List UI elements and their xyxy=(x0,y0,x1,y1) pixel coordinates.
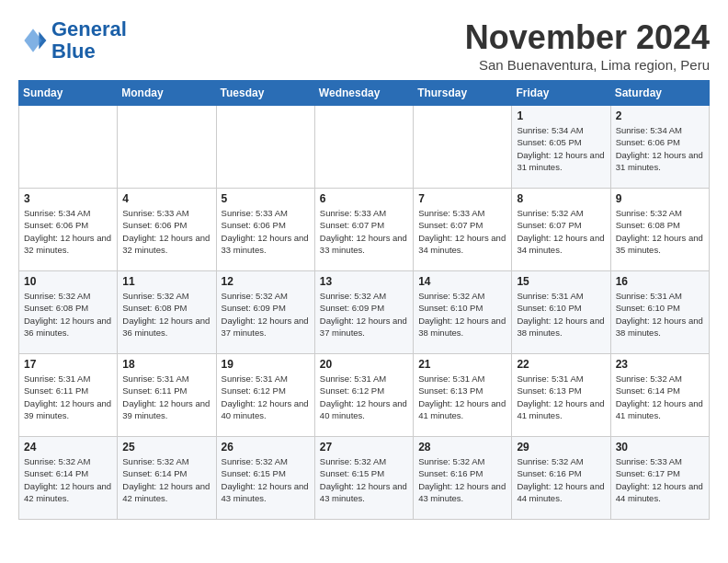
weekday-header: Saturday xyxy=(610,81,709,106)
day-info: Sunrise: 5:32 AM Sunset: 6:14 PM Dayligh… xyxy=(616,373,704,421)
day-number: 17 xyxy=(24,358,112,371)
calendar-cell: 4Sunrise: 5:33 AM Sunset: 6:06 PM Daylig… xyxy=(118,189,216,271)
calendar-week-row: 3Sunrise: 5:34 AM Sunset: 6:06 PM Daylig… xyxy=(19,189,710,271)
calendar-week-row: 17Sunrise: 5:31 AM Sunset: 6:11 PM Dayli… xyxy=(19,354,710,437)
calendar-cell: 28Sunrise: 5:32 AM Sunset: 6:16 PM Dayli… xyxy=(414,437,512,520)
day-info: Sunrise: 5:32 AM Sunset: 6:16 PM Dayligh… xyxy=(517,455,605,504)
calendar-cell: 24Sunrise: 5:32 AM Sunset: 6:14 PM Dayli… xyxy=(19,437,118,520)
calendar-cell: 6Sunrise: 5:33 AM Sunset: 6:07 PM Daylig… xyxy=(314,189,413,271)
day-info: Sunrise: 5:34 AM Sunset: 6:05 PM Dayligh… xyxy=(517,124,605,173)
calendar-cell xyxy=(314,106,413,189)
day-number: 11 xyxy=(122,275,210,288)
calendar-cell: 8Sunrise: 5:32 AM Sunset: 6:07 PM Daylig… xyxy=(512,189,610,271)
month-title: November 2024 xyxy=(465,18,710,57)
calendar-table: SundayMondayTuesdayWednesdayThursdayFrid… xyxy=(18,80,710,520)
calendar-cell: 21Sunrise: 5:31 AM Sunset: 6:13 PM Dayli… xyxy=(414,354,512,437)
day-number: 10 xyxy=(24,275,112,288)
day-number: 28 xyxy=(418,441,506,454)
day-number: 7 xyxy=(418,192,506,205)
calendar-cell: 2Sunrise: 5:34 AM Sunset: 6:06 PM Daylig… xyxy=(610,106,709,189)
weekday-header: Sunday xyxy=(19,81,118,106)
calendar-cell: 22Sunrise: 5:31 AM Sunset: 6:13 PM Dayli… xyxy=(512,354,610,437)
calendar-cell: 11Sunrise: 5:32 AM Sunset: 6:08 PM Dayli… xyxy=(118,271,216,354)
calendar-cell: 26Sunrise: 5:32 AM Sunset: 6:15 PM Dayli… xyxy=(216,437,314,520)
day-info: Sunrise: 5:32 AM Sunset: 6:14 PM Dayligh… xyxy=(122,455,210,504)
day-info: Sunrise: 5:32 AM Sunset: 6:15 PM Dayligh… xyxy=(320,455,408,504)
day-number: 21 xyxy=(418,358,506,371)
day-info: Sunrise: 5:32 AM Sunset: 6:07 PM Dayligh… xyxy=(517,207,605,256)
day-number: 27 xyxy=(320,441,408,454)
calendar-header-row: SundayMondayTuesdayWednesdayThursdayFrid… xyxy=(19,81,710,106)
calendar-cell xyxy=(216,106,314,189)
calendar-week-row: 1Sunrise: 5:34 AM Sunset: 6:05 PM Daylig… xyxy=(19,106,710,189)
day-number: 3 xyxy=(24,192,112,205)
day-number: 6 xyxy=(320,192,408,205)
calendar-cell: 16Sunrise: 5:31 AM Sunset: 6:10 PM Dayli… xyxy=(610,271,709,354)
day-number: 9 xyxy=(616,192,704,205)
day-info: Sunrise: 5:31 AM Sunset: 6:13 PM Dayligh… xyxy=(517,373,605,421)
day-info: Sunrise: 5:33 AM Sunset: 6:07 PM Dayligh… xyxy=(320,207,408,256)
logo-text: General Blue xyxy=(51,18,127,63)
calendar-cell: 1Sunrise: 5:34 AM Sunset: 6:05 PM Daylig… xyxy=(512,106,610,189)
day-number: 2 xyxy=(616,109,704,122)
logo: General Blue xyxy=(18,18,127,63)
day-info: Sunrise: 5:33 AM Sunset: 6:06 PM Dayligh… xyxy=(122,207,210,256)
weekday-header: Friday xyxy=(512,81,610,106)
calendar-cell: 17Sunrise: 5:31 AM Sunset: 6:11 PM Dayli… xyxy=(19,354,118,437)
day-number: 23 xyxy=(616,358,704,371)
day-info: Sunrise: 5:32 AM Sunset: 6:09 PM Dayligh… xyxy=(222,290,310,339)
day-number: 20 xyxy=(320,358,408,371)
day-info: Sunrise: 5:32 AM Sunset: 6:08 PM Dayligh… xyxy=(24,290,112,339)
day-number: 25 xyxy=(122,441,210,454)
day-number: 18 xyxy=(122,358,210,371)
day-number: 19 xyxy=(222,358,310,371)
day-number: 8 xyxy=(517,192,605,205)
day-info: Sunrise: 5:31 AM Sunset: 6:13 PM Dayligh… xyxy=(418,373,506,421)
day-info: Sunrise: 5:31 AM Sunset: 6:10 PM Dayligh… xyxy=(517,290,605,339)
day-info: Sunrise: 5:31 AM Sunset: 6:10 PM Dayligh… xyxy=(616,290,704,339)
calendar-cell: 5Sunrise: 5:33 AM Sunset: 6:06 PM Daylig… xyxy=(216,189,314,271)
weekday-header: Tuesday xyxy=(216,81,314,106)
day-info: Sunrise: 5:31 AM Sunset: 6:12 PM Dayligh… xyxy=(320,373,408,421)
day-info: Sunrise: 5:31 AM Sunset: 6:11 PM Dayligh… xyxy=(24,373,112,421)
calendar-cell: 7Sunrise: 5:33 AM Sunset: 6:07 PM Daylig… xyxy=(414,189,512,271)
page-header: General Blue November 2024 San Buenavent… xyxy=(18,18,710,73)
calendar-week-row: 24Sunrise: 5:32 AM Sunset: 6:14 PM Dayli… xyxy=(19,437,710,520)
calendar-cell: 27Sunrise: 5:32 AM Sunset: 6:15 PM Dayli… xyxy=(314,437,413,520)
calendar-cell xyxy=(19,106,118,189)
subtitle: San Buenaventura, Lima region, Peru xyxy=(465,57,710,73)
day-number: 12 xyxy=(222,275,310,288)
calendar-week-row: 10Sunrise: 5:32 AM Sunset: 6:08 PM Dayli… xyxy=(19,271,710,354)
day-number: 29 xyxy=(517,441,605,454)
calendar-cell xyxy=(118,106,216,189)
calendar-body: 1Sunrise: 5:34 AM Sunset: 6:05 PM Daylig… xyxy=(19,106,710,520)
calendar-cell: 20Sunrise: 5:31 AM Sunset: 6:12 PM Dayli… xyxy=(314,354,413,437)
day-number: 14 xyxy=(418,275,506,288)
calendar-cell xyxy=(414,106,512,189)
day-info: Sunrise: 5:31 AM Sunset: 6:12 PM Dayligh… xyxy=(222,373,310,421)
day-info: Sunrise: 5:33 AM Sunset: 6:17 PM Dayligh… xyxy=(616,455,704,504)
weekday-header: Monday xyxy=(118,81,216,106)
day-info: Sunrise: 5:33 AM Sunset: 6:07 PM Dayligh… xyxy=(418,207,506,256)
calendar-cell: 18Sunrise: 5:31 AM Sunset: 6:11 PM Dayli… xyxy=(118,354,216,437)
calendar-cell: 29Sunrise: 5:32 AM Sunset: 6:16 PM Dayli… xyxy=(512,437,610,520)
day-info: Sunrise: 5:33 AM Sunset: 6:06 PM Dayligh… xyxy=(222,207,310,256)
day-number: 26 xyxy=(222,441,310,454)
day-number: 16 xyxy=(616,275,704,288)
calendar-cell: 3Sunrise: 5:34 AM Sunset: 6:06 PM Daylig… xyxy=(19,189,118,271)
day-number: 5 xyxy=(222,192,310,205)
title-block: November 2024 San Buenaventura, Lima reg… xyxy=(465,18,710,73)
calendar-cell: 25Sunrise: 5:32 AM Sunset: 6:14 PM Dayli… xyxy=(118,437,216,520)
calendar-cell: 12Sunrise: 5:32 AM Sunset: 6:09 PM Dayli… xyxy=(216,271,314,354)
day-info: Sunrise: 5:32 AM Sunset: 6:14 PM Dayligh… xyxy=(24,455,112,504)
day-number: 1 xyxy=(517,109,605,122)
calendar-cell: 23Sunrise: 5:32 AM Sunset: 6:14 PM Dayli… xyxy=(610,354,709,437)
day-info: Sunrise: 5:32 AM Sunset: 6:16 PM Dayligh… xyxy=(418,455,506,504)
weekday-header: Wednesday xyxy=(314,81,413,106)
day-number: 22 xyxy=(517,358,605,371)
day-number: 24 xyxy=(24,441,112,454)
day-info: Sunrise: 5:32 AM Sunset: 6:08 PM Dayligh… xyxy=(122,290,210,339)
day-number: 13 xyxy=(320,275,408,288)
calendar-cell: 30Sunrise: 5:33 AM Sunset: 6:17 PM Dayli… xyxy=(610,437,709,520)
calendar-cell: 10Sunrise: 5:32 AM Sunset: 6:08 PM Dayli… xyxy=(19,271,118,354)
